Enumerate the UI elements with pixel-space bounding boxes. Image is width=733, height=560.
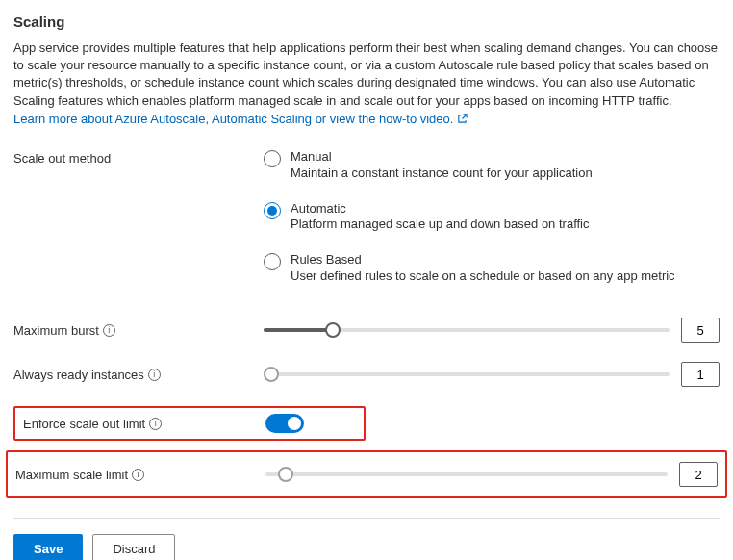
radio-rules-based[interactable] — [264, 253, 281, 270]
info-icon[interactable]: i — [148, 369, 161, 381]
radio-rules-title: Rules Based — [291, 252, 675, 268]
radio-manual-desc: Maintain a constant instance count for y… — [291, 165, 593, 182]
always-ready-input[interactable] — [681, 362, 720, 387]
max-burst-slider[interactable] — [264, 320, 670, 340]
enforce-limit-label: Enforce scale out limit — [23, 417, 145, 431]
external-link-icon — [457, 114, 468, 124]
save-button[interactable]: Save — [13, 534, 83, 560]
max-scale-slider[interactable] — [265, 465, 668, 484]
max-burst-label: Maximum burst — [13, 323, 99, 338]
radio-manual[interactable] — [264, 150, 281, 167]
always-ready-slider[interactable] — [264, 365, 670, 384]
always-ready-label: Always ready instances — [13, 368, 144, 382]
learn-more-text: Learn more about Azure Autoscale, Automa… — [13, 112, 453, 126]
radio-automatic[interactable] — [264, 202, 281, 219]
max-scale-input[interactable] — [679, 462, 718, 487]
radio-automatic-title: Automatic — [291, 201, 590, 217]
max-burst-input[interactable] — [681, 318, 720, 343]
info-icon[interactable]: i — [103, 324, 115, 337]
radio-rules-desc: User defined rules to scale on a schedul… — [291, 268, 675, 285]
learn-more-link[interactable]: Learn more about Azure Autoscale, Automa… — [13, 112, 468, 126]
info-icon[interactable]: i — [132, 469, 144, 481]
divider — [13, 518, 720, 519]
page-title: Scaling — [13, 13, 720, 30]
discard-button[interactable]: Discard — [92, 534, 175, 560]
info-icon[interactable]: i — [149, 418, 162, 430]
radio-automatic-desc: Platform managed scale up and down based… — [291, 216, 590, 233]
radio-manual-title: Manual — [291, 149, 593, 165]
page-description: App service provides multiple features t… — [13, 39, 720, 110]
scale-method-label: Scale out method — [13, 149, 264, 165]
enforce-limit-toggle[interactable] — [265, 414, 304, 433]
max-scale-label: Maximum scale limit — [15, 468, 128, 482]
